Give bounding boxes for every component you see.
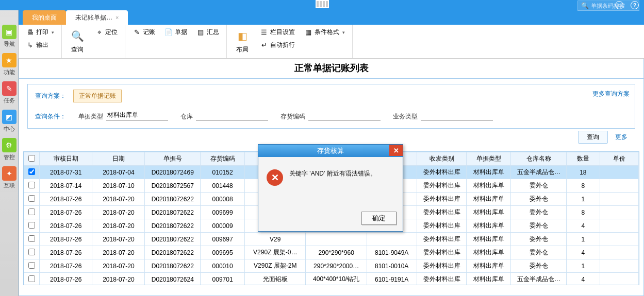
- filter-biztype-label: 业务类型: [393, 112, 418, 121]
- task-icon: ✎: [6, 84, 12, 93]
- table-cell: 2018-07-26: [40, 273, 92, 286]
- table-cell: 五金半成品仓…: [511, 273, 567, 286]
- table-cell: 400*400*10/钻孔: [306, 273, 367, 286]
- table-header[interactable]: 单据号: [145, 152, 201, 166]
- tab-home[interactable]: 我的桌面: [23, 10, 66, 25]
- table-header[interactable]: [24, 152, 40, 166]
- table-cell: 4: [567, 246, 600, 259]
- table-header[interactable]: 仓库名称: [511, 152, 567, 166]
- table-cell: 8: [567, 206, 600, 219]
- wrap-icon: ↵: [260, 41, 268, 49]
- row-checkbox[interactable]: [28, 182, 35, 188]
- row-checkbox[interactable]: [28, 195, 35, 202]
- filter-panel: 查询方案： 正常单据记账 更多查询方案 查询条件： 单据类型材料出库单 仓库 存…: [27, 84, 635, 129]
- search-icon: 🔍: [581, 2, 589, 9]
- sidebar-item-connect[interactable]: ✦互联: [1, 166, 18, 191]
- filter-biztype-value[interactable]: [421, 118, 493, 121]
- row-checkbox[interactable]: [28, 222, 35, 229]
- barcode-search-input[interactable]: [591, 3, 637, 9]
- output-button[interactable]: ↳输出: [24, 40, 56, 50]
- filter-doctype-value[interactable]: 材料出库单: [106, 110, 168, 121]
- table-cell: [600, 273, 638, 286]
- row-checkbox[interactable]: [28, 208, 35, 215]
- table-cell: 材料出库单: [467, 246, 511, 259]
- select-all-checkbox[interactable]: [28, 155, 35, 162]
- sidebar-item-control[interactable]: ⚙管控: [1, 138, 18, 163]
- table-cell: 290*290*2000…: [306, 259, 367, 273]
- table-cell: 2018-07-26: [40, 246, 92, 259]
- row-checkbox[interactable]: [28, 262, 35, 269]
- filter-warehouse-label: 仓库: [180, 112, 193, 121]
- table-cell: 光面铝板: [245, 273, 306, 286]
- more-conditions-link[interactable]: 更多: [615, 133, 628, 142]
- table-cell: 4: [567, 273, 600, 286]
- filter-invcode-value[interactable]: [308, 118, 381, 121]
- table-cell: 2018-07-10: [92, 179, 145, 193]
- sidebar-item-func[interactable]: ★功能: [1, 53, 18, 78]
- print-button[interactable]: 🖶打印▾: [24, 27, 56, 38]
- columns-button[interactable]: ☰栏目设置: [258, 27, 297, 38]
- table-cell: 010152: [201, 166, 245, 179]
- table-header[interactable]: 收发类别: [417, 152, 467, 166]
- locate-button[interactable]: ⌖定位: [93, 27, 120, 38]
- autowrap-button[interactable]: ↵自动折行: [258, 40, 297, 50]
- output-icon: ↳: [26, 41, 34, 49]
- plan-button[interactable]: 正常单据记账: [73, 90, 122, 102]
- barcode-search-box[interactable]: 🔍: [577, 1, 639, 11]
- top-bar: ☺ ? 🔍: [0, 0, 644, 10]
- dialog-close-button[interactable]: ✕: [389, 145, 403, 156]
- row-checkbox[interactable]: [28, 235, 35, 242]
- cond-format-button[interactable]: ▦条件格式▾: [302, 27, 347, 38]
- table-cell: 1: [567, 233, 600, 246]
- tab-unposted-docs[interactable]: 未记账单据…×: [66, 10, 128, 25]
- table-row[interactable]: 2018-07-262018-07-20D02018072622000010V2…: [24, 259, 639, 273]
- query-button[interactable]: 🔍查询: [67, 27, 88, 55]
- table-row[interactable]: 2018-07-262018-07-20D02018072622009695V2…: [24, 246, 639, 259]
- row-checkbox[interactable]: [28, 168, 35, 175]
- summary-button[interactable]: ▤汇总: [194, 27, 221, 38]
- table-cell: 2018-07-26: [40, 233, 92, 246]
- table-cell: 2018-07-26: [40, 193, 92, 206]
- table-cell: 委外材料出库: [417, 259, 467, 273]
- nav-icon: ▣: [6, 28, 12, 36]
- table-cell: D02018072567: [145, 179, 201, 193]
- row-checkbox[interactable]: [28, 275, 35, 282]
- table-header[interactable]: 存货编码: [201, 152, 245, 166]
- cond-label: 查询条件：: [35, 112, 66, 121]
- table-header[interactable]: 单据类型: [467, 152, 511, 166]
- table-header[interactable]: 单价: [600, 152, 638, 166]
- table-cell: 001448: [201, 179, 245, 193]
- table-header[interactable]: 数量: [567, 152, 600, 166]
- table-cell: 材料出库单: [467, 179, 511, 193]
- dialog-ok-button[interactable]: 确定: [361, 212, 397, 225]
- table-header[interactable]: 审核日期: [40, 152, 92, 166]
- sidebar-item-center[interactable]: ◩中心: [1, 110, 18, 135]
- sidebar-item-nav[interactable]: ▣导航: [1, 25, 18, 50]
- table-cell: 2018-07-26: [40, 259, 92, 273]
- filter-invcode-label: 存货编码: [280, 112, 305, 121]
- close-icon[interactable]: ×: [115, 14, 119, 21]
- table-cell: 委外材料出库: [417, 233, 467, 246]
- doc-button[interactable]: 📄单据: [162, 27, 189, 38]
- table-row[interactable]: 2018-07-262018-07-20D02018072622009697V2…: [24, 233, 639, 246]
- table-cell: 2018-07-20: [92, 219, 145, 233]
- layout-button[interactable]: ◧布局: [232, 27, 253, 55]
- table-header[interactable]: 日期: [92, 152, 145, 166]
- table-cell: [600, 233, 638, 246]
- row-checkbox[interactable]: [28, 249, 35, 255]
- summary-icon: ▤: [196, 28, 205, 37]
- dialog-title: 存货核算 ✕: [258, 145, 403, 157]
- dialog-message: 关键字 'AND' 附近有语法错误。: [289, 169, 376, 178]
- table-cell: 009695: [201, 246, 245, 259]
- table-cell: 2018-07-20: [92, 273, 145, 286]
- table-cell: 2018-07-20: [92, 193, 145, 206]
- run-query-button[interactable]: 查询: [578, 131, 608, 144]
- filter-warehouse-value[interactable]: [196, 118, 268, 121]
- table-cell: 8: [567, 179, 600, 193]
- table-cell: 委外材料出库: [417, 219, 467, 233]
- table-cell: 4: [567, 219, 600, 233]
- more-plans-link[interactable]: 更多查询方案: [592, 90, 630, 98]
- post-button[interactable]: ✎记账: [130, 27, 157, 38]
- sidebar-item-task[interactable]: ✎任务: [1, 81, 18, 107]
- table-row[interactable]: 2018-07-262018-07-20D02018072624009701光面…: [24, 273, 639, 286]
